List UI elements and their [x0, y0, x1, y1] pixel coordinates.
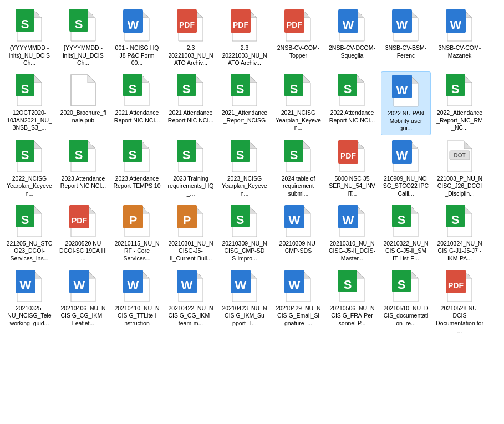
file-icon: DOT — [445, 140, 474, 173]
svg-text:W: W — [235, 278, 247, 292]
file-label: 20210528-NU-DCIS Documentation for ... — [436, 305, 483, 335]
list-item[interactable]: S 2023_NCISG Yearplan_Keyeven... — [220, 137, 269, 200]
list-item[interactable]: PDF 2.3 20221003_NU_NATO Archiv... — [220, 7, 269, 69]
list-item[interactable]: S 2021 Attendance Report NIC NCI... — [112, 71, 162, 135]
file-label: (YYYYMMDD - inits)_NU_DCIS Ch... — [6, 44, 53, 67]
list-item[interactable]: W 20210410_NU_NCIS G_TTLite-i nstruction — [112, 267, 162, 338]
list-item[interactable]: S 2021_NCISG Yearplan_Keyeven... — [273, 71, 323, 135]
list-item[interactable]: S 20210309_NU_NCISG_CMP-SD S-impro... — [220, 202, 269, 265]
file-icon: W — [391, 9, 420, 42]
file-grid: S (YYYYMMDD - inits)_NU_DCIS Ch... S [YY… — [2, 4, 502, 339]
file-label: 210909_NU_NCISG_STCO22 IPC Calli... — [382, 175, 430, 198]
file-icon: S — [445, 74, 474, 107]
list-item[interactable]: 2020_Brochure_finale.pub — [58, 71, 108, 135]
list-item[interactable]: S 2021 Attendance Report NIC NCI... — [166, 71, 216, 135]
list-item[interactable]: PDF 2.3 20221003_NU_NATO Archiv... — [166, 7, 216, 69]
list-item[interactable]: W 20210310_NU_NCISG-J5-II_DCIS-Master... — [327, 202, 377, 265]
list-item[interactable]: S 20210510_NU_DCIS_documentation_re... — [381, 267, 431, 338]
list-item[interactable]: W 2NSB-CV-DCOM-Squeglia — [327, 7, 377, 69]
svg-text:PDF: PDF — [340, 151, 356, 160]
svg-text:W: W — [343, 18, 354, 32]
svg-text:S: S — [344, 82, 352, 96]
svg-text:S: S — [21, 148, 29, 162]
list-item[interactable]: S 2023 Attendance Report NIC NCI... — [58, 137, 108, 200]
list-item[interactable]: S 2023 Training requirements_HQ_... — [166, 137, 216, 200]
list-item[interactable]: S 2023 Attendance Report TEMPS 10 — [112, 137, 162, 200]
file-label: 221205_NU_STCO23_DCOI-Services_Ins... — [6, 240, 53, 263]
file-label: 20210309_NU_NCISG_CMP-SD S-impro... — [221, 240, 268, 263]
file-icon — [69, 74, 98, 107]
file-icon: S — [230, 140, 259, 173]
list-item[interactable]: P 20210301_NU_NCISG-J5-II_Current-Bull..… — [166, 202, 216, 265]
file-icon: W — [176, 269, 205, 303]
file-icon: P — [176, 205, 205, 238]
file-label: 20210325-NU_NCISG_Teleworking_guid... — [6, 305, 53, 328]
list-item[interactable]: W 20210309-NU-CMP-SDS — [273, 202, 323, 265]
list-item[interactable]: W 3NSB-CV-COM-Mazanek — [435, 7, 485, 69]
file-label: 12OCT2020-10JAN2021_NU_3NSB_S3_... — [6, 109, 53, 132]
list-item[interactable]: P 20210115_NU_NRF - Core Services... — [112, 202, 162, 265]
list-item[interactable]: W 2022 NU PAN Mobility user gui... — [381, 71, 431, 135]
list-item[interactable]: W 20210429_NU_NCIS G_Email_Si gnature_..… — [273, 267, 323, 338]
file-label: 20210324_NU_NCIS G-J1-J5-J7 -IKM-PA... — [436, 240, 483, 263]
list-item[interactable]: PDF 20210528-NU-DCIS Documentation for .… — [435, 267, 485, 338]
file-icon: W — [123, 269, 151, 303]
svg-text:S: S — [129, 82, 137, 96]
file-label: 20200520 NU DCOI-SC 19EA HI ... — [59, 240, 107, 263]
list-item[interactable]: W 20210423_NU_NCIS G_IKM_Su pport_T... — [220, 267, 269, 338]
list-item[interactable]: W 20210406_NU_NCIS G_CG_IKM -Leaflet... — [58, 267, 108, 338]
file-label: 2023 Attendance Report TEMPS 10 — [113, 175, 161, 190]
svg-text:S: S — [451, 213, 460, 227]
file-icon: W — [15, 269, 44, 303]
list-item[interactable]: S 12OCT2020-10JAN2021_NU_3NSB_S3_... — [4, 71, 54, 135]
list-item[interactable]: S 2022_Attendance_Report_NIC_RM_NC... — [435, 71, 485, 135]
file-icon: S — [15, 205, 44, 238]
file-icon: S — [176, 140, 205, 173]
svg-text:S: S — [21, 17, 29, 31]
list-item[interactable]: W 210909_NU_NCISG_STCO22 IPC Calli... — [381, 137, 431, 200]
list-item[interactable]: DOT 221003_P_NU_NCISG_J26_DCOI_Disciplin… — [435, 137, 485, 200]
file-icon: S — [230, 205, 259, 238]
list-item[interactable]: S 221205_NU_STCO23_DCOI-Services_Ins... — [4, 202, 54, 265]
svg-text:PDF: PDF — [448, 281, 464, 290]
list-item[interactable]: S 2024 table of requirement submi... — [273, 137, 323, 200]
list-item[interactable]: S 2022 Attendance Report NIC NCI... — [327, 71, 377, 135]
list-item[interactable]: S 20210322_NU_NCIS G-J5-II_SM IT-List-E.… — [381, 202, 431, 265]
svg-text:W: W — [396, 149, 408, 162]
list-item[interactable]: PDF 20200520 NU DCOI-SC 19EA HI ... — [58, 202, 108, 265]
file-icon: W — [338, 9, 366, 42]
list-item[interactable]: S (YYYYMMDD - inits)_NU_DCIS Ch... — [4, 7, 54, 69]
file-label: 5000 NSC 35 SER_NU_54_INVIT... — [328, 175, 376, 198]
list-item[interactable]: S 20210324_NU_NCIS G-J1-J5-J7 -IKM-PA... — [435, 202, 485, 265]
file-icon: W — [69, 269, 98, 303]
file-icon: W — [391, 74, 420, 108]
file-label: 20210429_NU_NCIS G_Email_Si gnature_... — [274, 305, 322, 328]
file-icon: PDF — [445, 269, 474, 303]
svg-text:W: W — [289, 213, 301, 227]
list-item[interactable]: W 001 - NCISG HQ J8 P&C Form 00... — [112, 7, 162, 69]
svg-text:S: S — [236, 148, 245, 162]
svg-text:DOT: DOT — [454, 152, 465, 159]
list-item[interactable]: S [YYYYMMDD - inits]_NU_DCIS Ch... — [58, 7, 108, 69]
svg-text:W: W — [128, 18, 139, 32]
list-item[interactable]: S 2021_Attendance_Report_NCISG — [220, 71, 269, 135]
list-item[interactable]: W 20210325-NU_NCISG_Teleworking_guid... — [4, 267, 54, 338]
file-grid-container[interactable]: S (YYYYMMDD - inits)_NU_DCIS Ch... S [YY… — [0, 0, 504, 424]
file-icon: S — [391, 205, 420, 238]
file-label: 20210309-NU-CMP-SDS — [274, 240, 322, 255]
svg-text:S: S — [21, 213, 29, 227]
file-label: 20210301_NU_NCISG-J5-II_Current-Bull... — [167, 240, 215, 263]
list-item[interactable]: PDF 2NSB-CV-COM-Topper — [273, 7, 323, 69]
list-item[interactable]: S 2022_NCISG Yearplan_Keyeven... — [4, 137, 54, 200]
list-item[interactable]: W 3NSB-CV-BSM-Ferenc — [381, 7, 431, 69]
list-item[interactable]: PDF 5000 NSC 35 SER_NU_54_INVIT... — [327, 137, 377, 200]
list-item[interactable]: S 20210506_NU_NCIS G_FRA-Per sonnel-P... — [327, 267, 377, 338]
file-label: 2NSB-CV-COM-Topper — [274, 44, 322, 59]
file-icon: S — [230, 74, 259, 107]
file-label: 2023_NCISG Yearplan_Keyeven... — [221, 175, 268, 198]
file-label: 2022 NU PAN Mobility user gui... — [383, 110, 429, 132]
file-icon: S — [338, 269, 366, 303]
svg-text:S: S — [398, 213, 406, 227]
file-icon: S — [123, 74, 151, 107]
list-item[interactable]: W 20210422_NU_NCIS G_CG_IKM -team-m... — [166, 267, 216, 338]
